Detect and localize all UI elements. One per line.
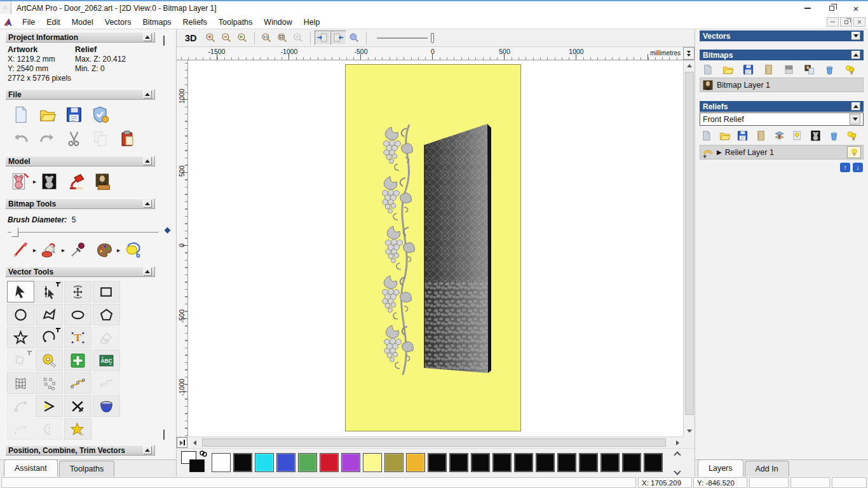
paragraph-text-icon[interactable]: ABC [93,349,120,371]
create-boundary-icon[interactable] [93,395,120,417]
palette-swatch-12[interactable] [471,453,490,472]
collapse-bitmaps-button[interactable] [851,51,860,59]
greyscale-model-icon[interactable] [40,172,58,191]
cut-icon[interactable] [65,130,83,148]
toggle-3d-view-button[interactable]: 3D [182,32,200,44]
canvas-vertical-scrollbar[interactable] [683,60,695,437]
open-model-icon[interactable] [38,105,57,124]
collapse-model-button[interactable] [143,157,152,165]
palette-swatch-19[interactable] [622,453,641,472]
flyout-arrow-icon[interactable]: ▸ [117,247,120,254]
close-button[interactable]: × [844,1,868,15]
collapse-vector-tools-button[interactable] [143,268,152,276]
expand-relief-layer-icon[interactable]: ▶ [717,149,722,156]
undo-icon[interactable] [11,130,30,148]
new-relief-layer-icon[interactable] [700,128,713,142]
palette-swatch-11[interactable] [449,453,468,472]
menu-toolpaths[interactable]: Toolpaths [213,18,259,27]
nest-objects-icon[interactable] [36,372,63,394]
tab-toolpaths[interactable]: Toolpaths [59,461,115,477]
ruler-origin-button[interactable] [177,437,187,448]
collapse-reliefs-button[interactable] [851,102,860,111]
collapse-bitmap-tools-button[interactable] [143,200,152,208]
toggle-all-relief-visibility-icon[interactable] [845,128,858,142]
palette-swatch-3[interactable] [276,453,295,472]
palette-scroll-down-icon[interactable] [675,469,680,474]
restore-button[interactable] [820,1,844,15]
new-bitmap-layer-icon[interactable] [700,62,715,76]
paint-icon[interactable] [11,241,30,259]
load-image-icon[interactable] [93,172,112,191]
child-close-button[interactable]: × [853,17,865,27]
ruler-units-button[interactable] [683,47,695,60]
envelope-distortion-icon[interactable] [7,372,34,394]
transfer-relief-layer-icon[interactable] [773,128,786,142]
flyout-arrow-icon[interactable]: ▸ [62,247,65,254]
child-restore-button[interactable] [840,17,852,27]
palette-swatch-1[interactable] [233,453,252,472]
tab-add-in[interactable]: Add In [745,461,789,477]
palette-swatch-8[interactable] [384,453,403,472]
save-relief-layer-icon[interactable] [736,128,749,142]
horizontal-scroll-thumb[interactable] [202,438,666,447]
previous-bitmap-layer-icon[interactable] [315,30,330,45]
menu-bitmaps[interactable]: Bitmaps [137,18,177,27]
flyout-arrow-icon[interactable]: ▸ [33,178,36,185]
menu-window[interactable]: Window [258,18,297,27]
zoom-in-icon[interactable] [203,30,219,45]
load-bitmap-layer-icon[interactable] [720,62,735,76]
create-arc-icon[interactable] [36,327,63,348]
next-bitmap-layer-icon[interactable] [330,30,346,45]
zoom-out-icon[interactable] [219,30,234,45]
merge-bitmap-layers-icon[interactable] [761,62,776,76]
palette-swatch-20[interactable] [644,453,663,472]
create-rectangle-icon[interactable] [93,281,120,302]
bitmap-fade-slider[interactable] [377,32,435,44]
palette-swatch-2[interactable] [255,453,274,472]
child-minimize-button[interactable] [827,17,839,27]
paste-icon[interactable] [118,130,137,148]
menu-model[interactable]: Model [66,18,99,27]
tab-layers[interactable]: Layers [698,459,743,477]
measure-icon[interactable] [36,349,63,371]
model-properties-icon[interactable] [92,105,110,124]
ruler-origin-corner[interactable]: ⁙ [0,1,11,14]
palette-swatch-16[interactable] [557,453,576,472]
zoom-to-fit-icon[interactable] [275,30,290,45]
palette-swatch-5[interactable] [320,453,339,472]
canvas-2d-view[interactable] [188,60,683,437]
palette-swatch-4[interactable] [298,453,317,472]
palette-scroll-up-icon[interactable] [675,452,680,458]
palette-swatch-14[interactable] [514,453,533,472]
create-circle-icon[interactable] [7,304,34,325]
palette-swatch-9[interactable] [406,453,425,472]
lighting-and-material-icon[interactable] [67,172,85,191]
clear-bitmap-layer-icon[interactable] [781,62,796,76]
new-model-icon[interactable] [11,105,30,124]
block-and-rotate-copy-icon[interactable] [64,349,92,371]
bitmap-layer-row[interactable]: Bitmap Layer 1 [700,78,864,92]
expand-vectors-button[interactable] [851,32,860,40]
menu-reliefs[interactable]: Reliefs [177,18,213,27]
load-relief-layer-icon[interactable] [718,128,731,142]
menu-file[interactable]: File [17,18,41,27]
palette-swatch-7[interactable] [363,453,382,472]
brush-diameter-slider[interactable] [8,227,170,237]
palette-swatch-13[interactable] [492,453,512,472]
relief-layer-visibility-button[interactable] [847,146,861,158]
tab-assistant[interactable]: Assistant [4,459,58,477]
flyout-arrow-icon[interactable]: ▸ [33,247,36,254]
flood-fill-icon[interactable] [40,241,58,259]
canvas-horizontal-scrollbar[interactable] [177,437,683,448]
zoom-previous-icon[interactable] [234,30,250,45]
panel-scroll-down-icon[interactable] [163,431,171,438]
scroll-down-button[interactable] [684,426,695,437]
menu-vectors[interactable]: Vectors [99,18,137,27]
move-layer-up-button[interactable]: ↑ [840,163,850,172]
colour-palette-icon[interactable] [95,241,114,259]
node-editing-icon[interactable] [36,281,63,302]
move-layer-down-button[interactable]: ↓ [853,163,863,172]
scroll-left-button[interactable] [189,437,200,448]
set-model-size-icon[interactable] [11,172,30,191]
palette-swatch-0[interactable] [212,453,231,472]
